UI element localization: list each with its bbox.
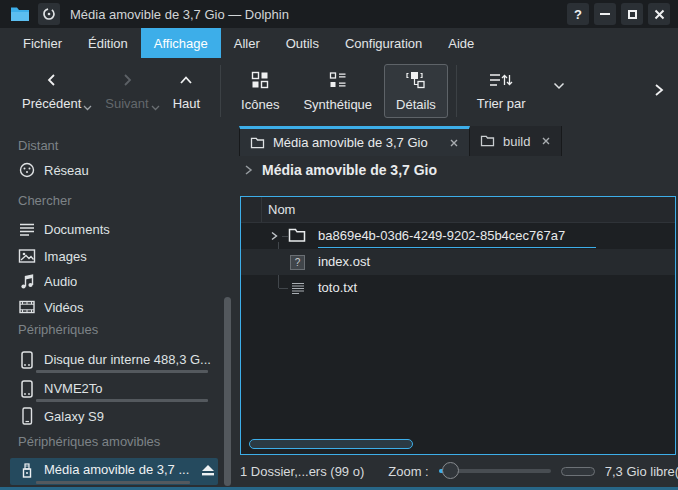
- sort-icon: [488, 71, 514, 89]
- sidebar-item-label: Réseau: [44, 163, 89, 178]
- sidebar-item-disque-dur-interne[interactable]: Disque dur interne 488,3 G...: [10, 348, 218, 375]
- back-label: Précédent: [22, 96, 81, 111]
- sidebar-item-label: Média amovible de 3,7 ...: [44, 462, 189, 477]
- folder-view: Nom ba869e4b-03d6-4249-9202-85b4cec767a7: [240, 196, 676, 455]
- section-header-peripheriques-amovibles: Périphériques amovibles: [18, 434, 160, 449]
- section-header-peripheriques: Périphériques: [18, 322, 98, 337]
- disk-usage-bar: [36, 481, 190, 484]
- details-view-label: Détails: [396, 97, 436, 112]
- main-toolbar: Précédent Suivant Haut Icônes: [0, 58, 678, 124]
- details-view-button[interactable]: Détails: [384, 64, 448, 118]
- dolphin-app-icon: [10, 6, 30, 22]
- file-name: toto.txt: [318, 280, 357, 295]
- expander-column-header: [241, 197, 262, 222]
- sidebar-item-label: Images: [44, 249, 87, 264]
- sidebar-item-videos[interactable]: Vidéos: [10, 295, 218, 319]
- close-icon: [541, 136, 551, 146]
- content-area: Média amovible de 3,7 Gio build Média a: [235, 124, 678, 487]
- file-row-toto-txt[interactable]: toto.txt: [241, 275, 675, 301]
- forward-dropdown-icon[interactable]: [151, 105, 160, 111]
- sidebar-item-nvme2to[interactable]: NVME2To: [10, 377, 218, 404]
- chevron-right-icon: [652, 82, 666, 98]
- section-header-chercher: Chercher: [18, 193, 71, 208]
- zoom-slider-handle[interactable]: [442, 462, 459, 479]
- toolbar-separator: [220, 65, 221, 117]
- image-icon: [18, 248, 36, 264]
- free-space-label: 7,3 Gio libre(s): [605, 464, 678, 479]
- sidebar-item-documents[interactable]: Documents: [10, 217, 218, 241]
- window-menu-button[interactable]: [38, 3, 60, 25]
- chevron-left-icon: [43, 71, 61, 89]
- chevron-up-icon: [177, 71, 195, 89]
- menu-aller[interactable]: Aller: [221, 28, 273, 58]
- menu-outils[interactable]: Outils: [273, 28, 332, 58]
- sidebar-scrollbar[interactable]: [224, 297, 231, 486]
- horizontal-scrollbar[interactable]: [249, 439, 413, 449]
- document-lines-icon: [18, 220, 36, 238]
- close-button[interactable]: [648, 3, 670, 25]
- file-row-index-ost[interactable]: ? index.ost: [241, 249, 675, 275]
- sidebar-item-images[interactable]: Images: [10, 244, 218, 268]
- column-header-nom[interactable]: Nom: [262, 202, 295, 217]
- maximize-button[interactable]: [621, 3, 643, 25]
- file-name: ba869e4b-03d6-4249-9202-85b4cec767a7: [318, 228, 565, 243]
- chevron-right-icon: [244, 164, 253, 176]
- status-bar: 1 Dossier,...ers (99 o) Zoom : 7,3 Gio l…: [240, 455, 674, 487]
- forward-button[interactable]: Suivant: [93, 65, 160, 117]
- sidebar-item-galaxy-s9[interactable]: Galaxy S9: [10, 404, 218, 428]
- compact-view-button[interactable]: Synthétique: [291, 64, 384, 118]
- expander-chevron-icon[interactable]: [269, 231, 279, 241]
- sort-by-label: Trier par: [477, 96, 526, 111]
- sort-by-button[interactable]: Trier par: [465, 65, 538, 117]
- toolbar-overflow-button[interactable]: [652, 82, 666, 98]
- sidebar-item-label: NVME2To: [44, 381, 103, 396]
- folder-icon: [250, 137, 265, 149]
- compact-view-icon: [328, 70, 348, 90]
- menu-affichage[interactable]: Affichage: [141, 28, 221, 58]
- back-dropdown-icon[interactable]: [83, 105, 92, 111]
- hard-drive-icon: [18, 350, 36, 370]
- tab-media-amovible[interactable]: Média amovible de 3,7 Gio: [239, 126, 470, 156]
- hard-drive-icon: [18, 379, 36, 399]
- sidebar-item-label: Vidéos: [44, 300, 84, 315]
- back-button[interactable]: Précédent: [10, 65, 93, 117]
- menu-edition[interactable]: Édition: [75, 28, 141, 58]
- sidebar-item-label: Disque dur interne 488,3 G...: [44, 352, 211, 367]
- window-title: Média amovible de 3,7 Gio — Dolphin: [70, 7, 289, 22]
- sidebar-item-reseau[interactable]: Réseau: [10, 158, 218, 182]
- menu-configuration[interactable]: Configuration: [332, 28, 435, 58]
- minimize-icon: [600, 13, 610, 15]
- chevron-down-icon: [553, 82, 565, 90]
- menu-fichier[interactable]: Fichier: [10, 28, 75, 58]
- sidebar-item-label: Audio: [44, 274, 77, 289]
- sidebar-item-audio[interactable]: Audio: [10, 269, 218, 293]
- zoom-label: Zoom :: [388, 464, 428, 479]
- icons-view-icon: [250, 70, 270, 90]
- details-view-icon: [405, 70, 427, 90]
- breadcrumb-location: Média amovible de 3,7 Gio: [262, 162, 437, 178]
- title-bar: Média amovible de 3,7 Gio — Dolphin ?: [0, 0, 678, 28]
- breadcrumb[interactable]: Média amovible de 3,7 Gio: [244, 162, 437, 178]
- sidebar-item-media-amovible[interactable]: Média amovible de 3,7 ...: [10, 458, 218, 485]
- eject-button[interactable]: [200, 463, 218, 477]
- tab-close-button[interactable]: [541, 136, 551, 146]
- help-button[interactable]: ?: [567, 3, 589, 25]
- sort-menu-chevron[interactable]: [553, 82, 565, 90]
- disk-usage-bar: [36, 399, 208, 402]
- up-button[interactable]: Haut: [161, 65, 212, 117]
- tab-label: build: [503, 134, 530, 149]
- icons-view-button[interactable]: Icônes: [229, 64, 291, 118]
- menu-aide[interactable]: Aide: [435, 28, 487, 58]
- zoom-slider[interactable]: [439, 462, 551, 480]
- compact-view-label: Synthétique: [303, 97, 372, 112]
- up-label: Haut: [173, 96, 200, 111]
- disk-usage-bar: [36, 370, 208, 373]
- file-row-folder[interactable]: ba869e4b-03d6-4249-9202-85b4cec767a7: [241, 223, 675, 249]
- minimize-button[interactable]: [594, 3, 616, 25]
- file-rows: ba869e4b-03d6-4249-9202-85b4cec767a7 ? i…: [241, 223, 675, 301]
- tab-build[interactable]: build: [470, 126, 562, 156]
- text-file-icon: [290, 281, 306, 296]
- film-icon: [18, 299, 36, 315]
- section-header-distant: Distant: [18, 138, 58, 153]
- tab-close-button[interactable]: [449, 138, 459, 148]
